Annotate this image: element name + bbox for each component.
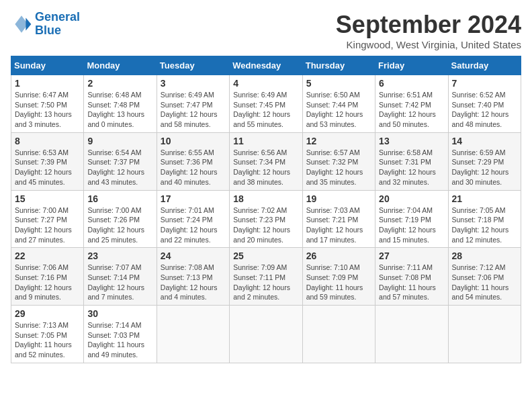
- calendar-week-row: 29Sunrise: 7:13 AMSunset: 7:05 PMDayligh…: [11, 306, 521, 363]
- day-info: Sunrise: 6:52 AMSunset: 7:40 PMDaylight:…: [452, 90, 517, 130]
- day-number: 29: [15, 308, 80, 319]
- page-header: General Blue September 2024 Kingwood, We…: [11, 11, 521, 50]
- day-info: Sunrise: 6:57 AMSunset: 7:32 PMDaylight:…: [306, 148, 371, 187]
- day-number: 19: [306, 193, 371, 204]
- day-info: Sunrise: 7:12 AMSunset: 7:06 PMDaylight:…: [452, 263, 517, 302]
- calendar-cell: 13Sunrise: 6:58 AMSunset: 7:31 PMDayligh…: [375, 132, 448, 190]
- day-number: 11: [233, 136, 298, 146]
- day-number: 7: [452, 78, 517, 89]
- calendar-cell: 23Sunrise: 7:07 AMSunset: 7:14 PMDayligh…: [84, 248, 157, 306]
- day-info: Sunrise: 7:07 AMSunset: 7:14 PMDaylight:…: [87, 263, 152, 302]
- calendar-cell: 21Sunrise: 7:05 AMSunset: 7:18 PMDayligh…: [448, 190, 521, 248]
- calendar-cell: 9Sunrise: 6:54 AMSunset: 7:37 PMDaylight…: [84, 132, 157, 190]
- day-number: 14: [452, 136, 517, 146]
- day-number: 27: [379, 250, 444, 261]
- day-number: 20: [379, 193, 444, 204]
- day-number: 24: [161, 250, 226, 261]
- day-number: 5: [306, 78, 371, 89]
- day-number: 22: [15, 250, 80, 261]
- calendar-week-row: 8Sunrise: 6:53 AMSunset: 7:39 PMDaylight…: [11, 132, 521, 190]
- calendar-cell: 27Sunrise: 7:11 AMSunset: 7:08 PMDayligh…: [375, 248, 448, 306]
- calendar-header-row: Sunday Monday Tuesday Wednesday Thursday…: [11, 56, 521, 75]
- day-info: Sunrise: 6:50 AMSunset: 7:44 PMDaylight:…: [306, 90, 371, 130]
- day-number: 9: [87, 136, 152, 146]
- col-tuesday: Tuesday: [157, 56, 229, 75]
- calendar-cell: 10Sunrise: 6:55 AMSunset: 7:36 PMDayligh…: [157, 132, 229, 190]
- day-number: 23: [87, 250, 152, 261]
- logo-icon: [11, 13, 32, 35]
- day-info: Sunrise: 6:58 AMSunset: 7:31 PMDaylight:…: [379, 148, 444, 187]
- col-sunday: Sunday: [11, 56, 84, 75]
- calendar-cell: [230, 306, 302, 363]
- day-number: 10: [161, 136, 226, 146]
- day-number: 25: [233, 250, 298, 261]
- calendar-cell: 2Sunrise: 6:48 AMSunset: 7:48 PMDaylight…: [84, 75, 157, 133]
- day-info: Sunrise: 7:03 AMSunset: 7:21 PMDaylight:…: [306, 205, 371, 245]
- calendar-cell: 17Sunrise: 7:01 AMSunset: 7:24 PMDayligh…: [157, 190, 229, 248]
- calendar-cell: 5Sunrise: 6:50 AMSunset: 7:44 PMDaylight…: [302, 75, 375, 133]
- day-number: 21: [452, 193, 517, 204]
- location: Kingwood, West Virginia, United States: [336, 39, 521, 50]
- calendar-cell: [302, 306, 375, 363]
- col-wednesday: Wednesday: [230, 56, 302, 75]
- day-info: Sunrise: 7:04 AMSunset: 7:19 PMDaylight:…: [379, 205, 444, 245]
- calendar-table: Sunday Monday Tuesday Wednesday Thursday…: [11, 56, 521, 363]
- day-number: 3: [161, 78, 226, 89]
- day-info: Sunrise: 7:08 AMSunset: 7:13 PMDaylight:…: [161, 263, 226, 302]
- day-number: 26: [306, 250, 371, 261]
- day-number: 12: [306, 136, 371, 146]
- day-number: 6: [379, 78, 444, 89]
- calendar-cell: 12Sunrise: 6:57 AMSunset: 7:32 PMDayligh…: [302, 132, 375, 190]
- day-info: Sunrise: 7:02 AMSunset: 7:23 PMDaylight:…: [233, 205, 298, 245]
- day-info: Sunrise: 6:54 AMSunset: 7:37 PMDaylight:…: [87, 148, 152, 187]
- calendar-cell: 3Sunrise: 6:49 AMSunset: 7:47 PMDaylight…: [157, 75, 229, 133]
- day-number: 4: [233, 78, 298, 89]
- day-info: Sunrise: 7:09 AMSunset: 7:11 PMDaylight:…: [233, 263, 298, 302]
- day-info: Sunrise: 7:13 AMSunset: 7:05 PMDaylight:…: [15, 320, 80, 360]
- month-title: September 2024: [336, 11, 521, 39]
- calendar-cell: 1Sunrise: 6:47 AMSunset: 7:50 PMDaylight…: [11, 75, 84, 133]
- day-info: Sunrise: 7:06 AMSunset: 7:16 PMDaylight:…: [15, 263, 80, 302]
- day-number: 13: [379, 136, 444, 146]
- day-info: Sunrise: 7:10 AMSunset: 7:09 PMDaylight:…: [306, 263, 371, 302]
- col-friday: Friday: [375, 56, 448, 75]
- day-info: Sunrise: 6:49 AMSunset: 7:47 PMDaylight:…: [161, 90, 226, 130]
- day-number: 16: [87, 193, 152, 204]
- day-info: Sunrise: 6:56 AMSunset: 7:34 PMDaylight:…: [233, 148, 298, 187]
- col-monday: Monday: [84, 56, 157, 75]
- calendar-cell: [448, 306, 521, 363]
- day-number: 2: [87, 78, 152, 89]
- calendar-cell: 24Sunrise: 7:08 AMSunset: 7:13 PMDayligh…: [157, 248, 229, 306]
- logo: General Blue: [11, 11, 80, 38]
- calendar-cell: 22Sunrise: 7:06 AMSunset: 7:16 PMDayligh…: [11, 248, 84, 306]
- logo-text: General Blue: [35, 11, 80, 38]
- day-number: 30: [87, 308, 152, 319]
- day-info: Sunrise: 7:05 AMSunset: 7:18 PMDaylight:…: [452, 205, 517, 245]
- day-number: 8: [15, 136, 80, 146]
- calendar-cell: 16Sunrise: 7:00 AMSunset: 7:26 PMDayligh…: [84, 190, 157, 248]
- day-info: Sunrise: 6:49 AMSunset: 7:45 PMDaylight:…: [233, 90, 298, 130]
- day-number: 15: [15, 193, 80, 204]
- calendar-week-row: 15Sunrise: 7:00 AMSunset: 7:27 PMDayligh…: [11, 190, 521, 248]
- day-number: 1: [15, 78, 80, 89]
- col-thursday: Thursday: [302, 56, 375, 75]
- calendar-cell: 26Sunrise: 7:10 AMSunset: 7:09 PMDayligh…: [302, 248, 375, 306]
- calendar-cell: 30Sunrise: 7:14 AMSunset: 7:03 PMDayligh…: [84, 306, 157, 363]
- calendar-cell: 11Sunrise: 6:56 AMSunset: 7:34 PMDayligh…: [230, 132, 302, 190]
- day-info: Sunrise: 6:53 AMSunset: 7:39 PMDaylight:…: [15, 148, 80, 187]
- day-info: Sunrise: 7:14 AMSunset: 7:03 PMDaylight:…: [87, 320, 152, 360]
- calendar-cell: 7Sunrise: 6:52 AMSunset: 7:40 PMDaylight…: [448, 75, 521, 133]
- day-info: Sunrise: 7:01 AMSunset: 7:24 PMDaylight:…: [161, 205, 226, 245]
- title-block: September 2024 Kingwood, West Virginia, …: [336, 11, 521, 50]
- calendar-cell: [157, 306, 229, 363]
- calendar-cell: 28Sunrise: 7:12 AMSunset: 7:06 PMDayligh…: [448, 248, 521, 306]
- calendar-cell: 25Sunrise: 7:09 AMSunset: 7:11 PMDayligh…: [230, 248, 302, 306]
- day-info: Sunrise: 6:47 AMSunset: 7:50 PMDaylight:…: [15, 90, 80, 130]
- day-number: 28: [452, 250, 517, 261]
- calendar-cell: 14Sunrise: 6:59 AMSunset: 7:29 PMDayligh…: [448, 132, 521, 190]
- day-number: 18: [233, 193, 298, 204]
- day-info: Sunrise: 6:48 AMSunset: 7:48 PMDaylight:…: [87, 90, 152, 130]
- calendar-cell: 8Sunrise: 6:53 AMSunset: 7:39 PMDaylight…: [11, 132, 84, 190]
- calendar-week-row: 22Sunrise: 7:06 AMSunset: 7:16 PMDayligh…: [11, 248, 521, 306]
- calendar-cell: [375, 306, 448, 363]
